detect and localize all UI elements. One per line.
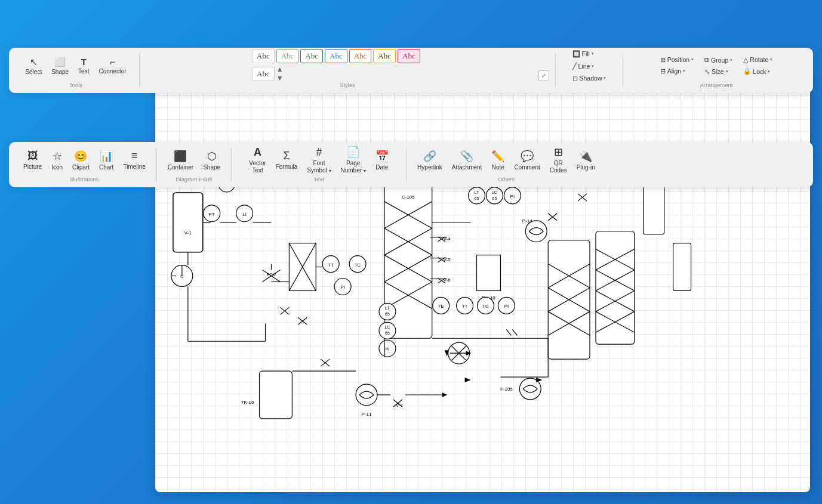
canvas-area[interactable]: .pid text { font-family: Arial, sans-ser…: [155, 72, 810, 492]
picture-button[interactable]: 🖼 Picture: [20, 148, 45, 172]
date-button[interactable]: 📅 Date: [372, 148, 392, 172]
lock-button[interactable]: 🔒 Lock ▾: [740, 66, 776, 76]
svg-marker-145: [442, 392, 447, 397]
svg-text:PI: PI: [510, 194, 515, 199]
svg-text:V-1: V-1: [184, 230, 192, 236]
note-button[interactable]: ✏️ Note: [488, 148, 508, 172]
svg-rect-64: [477, 255, 501, 291]
formula-button[interactable]: Σ Formula: [272, 148, 301, 172]
svg-line-126: [512, 329, 517, 335]
timeline-icon: ≡: [131, 150, 138, 162]
insert-sep2: [231, 148, 232, 181]
group-caret: ▾: [730, 58, 732, 63]
svg-rect-0: [173, 193, 203, 252]
svg-text:TC: TC: [355, 262, 361, 268]
hyperlink-icon: 🔗: [423, 150, 436, 163]
clipart-button[interactable]: 😊 Clipart: [69, 148, 93, 172]
hyperlink-button[interactable]: 🔗 Hyperlink: [414, 148, 446, 172]
comment-icon: 💬: [521, 150, 534, 163]
size-icon: ⤡: [704, 68, 710, 75]
chart-button[interactable]: 📊 Chart: [96, 148, 117, 172]
shape-button[interactable]: ⬜ Shape: [48, 55, 72, 77]
svg-point-83: [356, 384, 377, 406]
line-caret: ▾: [592, 64, 594, 69]
plugin-button[interactable]: 🔌 Plug-in: [573, 148, 599, 172]
note-icon: ✏️: [491, 150, 504, 163]
plugin-icon: 🔌: [579, 150, 592, 163]
style-btn-3[interactable]: Abc: [300, 49, 323, 63]
page-number-button[interactable]: 📄 PageNumber ▾: [337, 144, 370, 176]
illustrations-section: 🖼 Picture ☆ Icon 😊 Clipart 📊 Chart ≡ Tim…: [16, 146, 153, 184]
svg-text:LC: LC: [492, 190, 497, 194]
svg-rect-81: [260, 371, 293, 419]
svg-text:TT: TT: [328, 262, 334, 268]
position-icon: ⊞: [660, 56, 666, 63]
select-button[interactable]: ↖ Select: [21, 55, 45, 77]
style-btn-5[interactable]: Abc: [349, 49, 372, 63]
attachment-button[interactable]: 📎 Attachment: [448, 148, 486, 172]
shadow-icon: ◻: [572, 75, 578, 82]
svg-point-63: [525, 221, 547, 242]
align-button[interactable]: ⊟ Align ▾: [657, 66, 697, 76]
align-caret: ▾: [683, 69, 685, 73]
svg-rect-102: [673, 243, 691, 291]
svg-text:F-105: F-105: [500, 386, 513, 392]
style-btn-1[interactable]: Abc: [252, 49, 275, 63]
style-btn-7[interactable]: Abc: [398, 49, 420, 63]
font-symbol-button[interactable]: # FontSymbol ▾: [303, 144, 334, 176]
container-icon: ⬛: [174, 150, 187, 163]
svg-text:PI: PI: [385, 347, 390, 352]
group-button[interactable]: ⧉ Group ▾: [701, 55, 736, 65]
connector-icon: ⌐: [110, 57, 115, 67]
text-button[interactable]: T Text: [75, 55, 93, 76]
insert-sep3: [406, 148, 407, 181]
style-btn-8[interactable]: Abc: [252, 67, 275, 81]
chart-icon: 📊: [100, 150, 113, 163]
others-section: 🔗 Hyperlink 📎 Attachment ✏️ Note 💬 Comme…: [410, 146, 602, 184]
container-button[interactable]: ⬛ Container: [164, 148, 197, 172]
tools-section: ↖ Select ⬜ Shape T Text ⌐ Connector Tool…: [16, 51, 136, 89]
text-insert-section: A VectorText Σ Formula # FontSymbol ▾ 📄 …: [235, 146, 402, 184]
vector-text-icon: A: [254, 146, 261, 159]
sep1: [139, 54, 140, 87]
svg-rect-101: [644, 181, 664, 234]
top-toolbar: ↖ Select ⬜ Shape T Text ⌐ Connector Tool…: [9, 48, 813, 93]
svg-text:TT: TT: [462, 304, 468, 309]
line-button[interactable]: ╱ Line ▾: [569, 61, 610, 71]
size-caret: ▾: [726, 69, 728, 74]
font-symbol-icon: #: [316, 146, 322, 159]
icon-button[interactable]: ☆ Icon: [48, 148, 66, 172]
connector-button[interactable]: ⌐ Connector: [95, 55, 130, 76]
svg-text:LT: LT: [385, 306, 390, 310]
insert-sep1: [156, 148, 157, 181]
formula-icon: Σ: [283, 150, 290, 162]
svg-text:LT: LT: [475, 190, 479, 194]
style-btn-2[interactable]: Abc: [276, 49, 299, 63]
styles-expand-btn[interactable]: ▲▼: [276, 65, 284, 82]
rotate-button[interactable]: △ Rotate ▾: [740, 55, 776, 64]
position-button[interactable]: ⊞ Position ▾: [657, 55, 697, 64]
align-icon: ⊟: [660, 67, 666, 75]
arrangement-section: ⊞ Position ▾ ⊟ Align ▾ ⧉ Group ▾ ⤡: [627, 51, 806, 89]
insert-shape-button[interactable]: ⬡ Shape: [199, 148, 224, 172]
svg-text:65: 65: [492, 196, 497, 200]
style-btn-6[interactable]: Abc: [373, 49, 396, 63]
vector-text-button[interactable]: A VectorText: [245, 144, 269, 176]
styles-expand-icon[interactable]: ⤢: [538, 70, 549, 81]
qr-codes-button[interactable]: ⊞ QRCodes: [546, 144, 571, 176]
icon-icon: ☆: [53, 150, 62, 163]
text-icon: T: [81, 57, 87, 67]
svg-text:LI: LI: [242, 212, 247, 217]
fill-line-shadow-section: 🔲 Fill ▾ ╱ Line ▾ ◻ Shadow ▾: [559, 51, 619, 89]
insert-shape-icon: ⬡: [207, 150, 217, 163]
size-button[interactable]: ⤡ Size ▾: [701, 67, 736, 76]
shadow-button[interactable]: ◻ Shadow ▾: [569, 73, 610, 83]
style-btn-4[interactable]: Abc: [325, 49, 347, 63]
svg-text:TC: TC: [482, 304, 489, 309]
fill-button[interactable]: 🔲 Fill ▾: [569, 49, 610, 59]
timeline-button[interactable]: ≡ Timeline: [119, 148, 149, 172]
rotate-icon: △: [743, 56, 748, 63]
svg-text:65: 65: [385, 312, 390, 316]
styles-section: Abc Abc Abc Abc Abc Abc Abc Abc ▲▼ Style…: [143, 51, 552, 89]
comment-button[interactable]: 💬 Comment: [510, 148, 543, 172]
